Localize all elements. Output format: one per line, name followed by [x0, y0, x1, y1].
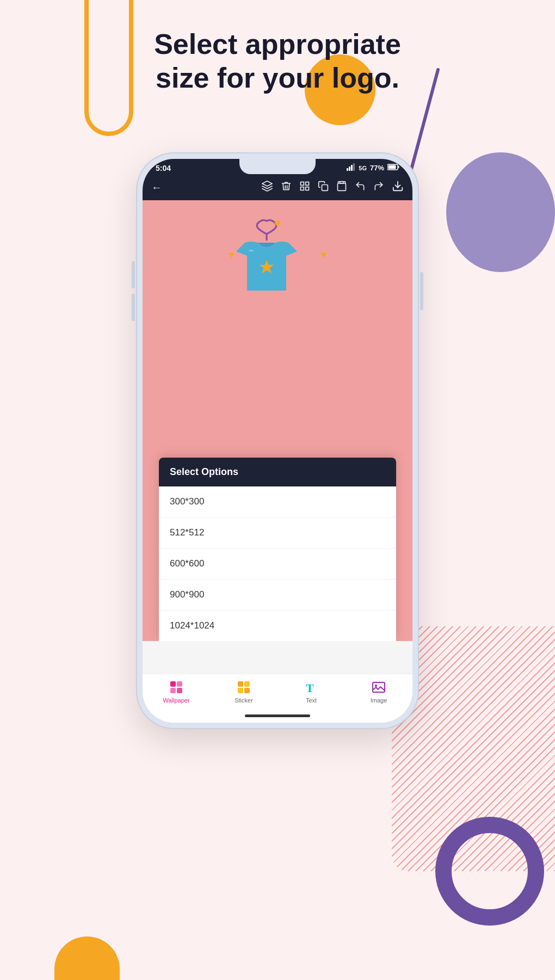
svg-rect-8 — [306, 182, 309, 186]
delete-icon[interactable] — [281, 181, 292, 194]
pattern-icon[interactable] — [299, 181, 310, 194]
svg-rect-22 — [244, 681, 250, 687]
nav-item-sticker[interactable]: Sticker — [210, 680, 278, 704]
paste-icon[interactable] — [336, 181, 347, 194]
wallpaper-icon — [169, 680, 184, 695]
status-right: 5G 77% — [347, 163, 399, 172]
power-button — [420, 272, 423, 310]
copy-icon[interactable] — [318, 181, 329, 194]
app-toolbar: ← — [143, 175, 412, 200]
dropdown-header: Select Options — [159, 458, 396, 486]
download-icon[interactable] — [392, 180, 404, 195]
svg-rect-17 — [170, 681, 176, 687]
svg-rect-2 — [351, 165, 353, 171]
text-label: Text — [306, 697, 317, 704]
svg-rect-7 — [301, 182, 304, 186]
phone-frame: 5:04 5G 77% — [136, 152, 419, 729]
svg-rect-6 — [398, 166, 399, 168]
svg-rect-10 — [306, 187, 309, 190]
svg-rect-11 — [322, 185, 328, 191]
svg-point-27 — [375, 685, 377, 687]
nav-item-wallpaper[interactable]: Wallpaper — [143, 680, 210, 704]
svg-rect-13 — [338, 183, 346, 190]
heart-left: ♥ — [229, 249, 235, 261]
nav-item-image[interactable]: Image — [345, 680, 412, 704]
home-indicator — [143, 711, 412, 723]
volume-up-button — [132, 261, 135, 288]
phone-screen: 5:04 5G 77% — [143, 159, 412, 723]
heading-line2: size for your logo. — [156, 62, 399, 94]
nav-item-text[interactable]: T Text — [278, 680, 345, 704]
svg-rect-21 — [238, 681, 243, 687]
tshirt-svg — [223, 217, 310, 304]
option-900[interactable]: 900*900 — [159, 580, 396, 611]
redo-icon[interactable] — [373, 181, 384, 194]
page-heading: Select appropriate size for your logo. — [0, 27, 555, 95]
status-time: 5:04 — [156, 164, 171, 172]
sticker-label: Sticker — [235, 697, 253, 704]
bottom-spacer — [143, 641, 412, 674]
phone-notch — [239, 159, 316, 174]
signal-icon — [347, 163, 355, 172]
heading-line1: Select appropriate — [154, 28, 401, 60]
bottom-nav: Wallpaper Sticker T — [143, 674, 412, 711]
battery-icon — [387, 164, 399, 172]
wallpaper-label: Wallpaper — [163, 697, 189, 704]
option-1024[interactable]: 1024*1024 — [159, 611, 396, 641]
option-300[interactable]: 300*300 — [159, 486, 396, 517]
undo-icon[interactable] — [355, 181, 366, 194]
option-600[interactable]: 600*600 — [159, 548, 396, 580]
svg-rect-9 — [301, 187, 304, 190]
battery-percent: 77% — [370, 164, 384, 172]
svg-text:T: T — [306, 681, 314, 694]
option-512[interactable]: 512*512 — [159, 517, 396, 548]
svg-rect-23 — [238, 688, 243, 693]
deco-purple-circle — [446, 152, 555, 272]
svg-rect-20 — [177, 688, 182, 693]
deco-purple-ring — [435, 817, 544, 926]
dropdown-overlay: Select Options 300*300 512*512 600*600 9… — [143, 458, 412, 641]
svg-rect-1 — [349, 167, 350, 171]
svg-rect-0 — [347, 168, 348, 171]
deco-orange-circle-bottom — [54, 936, 120, 980]
text-icon: T — [304, 680, 319, 695]
svg-rect-24 — [244, 688, 250, 693]
layers-icon[interactable] — [261, 180, 273, 195]
svg-rect-19 — [170, 688, 176, 693]
tshirt-illustration: ♥ ♥ ♥ — [223, 217, 332, 336]
sticker-icon — [236, 680, 251, 695]
svg-rect-26 — [373, 682, 385, 692]
svg-rect-3 — [353, 163, 355, 171]
heart-top: ♥ — [274, 217, 281, 231]
image-label: Image — [371, 697, 387, 704]
back-button[interactable]: ← — [151, 181, 162, 194]
volume-down-button — [132, 294, 135, 321]
svg-rect-5 — [388, 165, 396, 169]
canvas-area[interactable]: ♥ ♥ ♥ — [143, 200, 412, 641]
heart-right: ♥ — [320, 249, 326, 261]
network-type: 5G — [359, 165, 367, 171]
svg-rect-18 — [177, 681, 182, 687]
image-icon — [371, 680, 386, 695]
home-bar — [245, 714, 310, 717]
dropdown-menu: Select Options 300*300 512*512 600*600 9… — [159, 458, 396, 641]
